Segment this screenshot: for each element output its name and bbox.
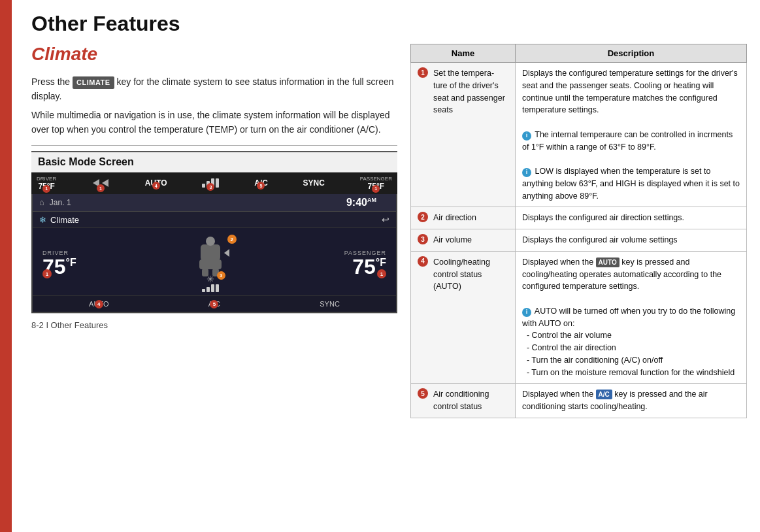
right-column: Name Description 1 Set the tempera-ture …: [410, 44, 747, 519]
screen-time: 9:40AM: [346, 197, 376, 208]
mini-passenger-label: PASSENGER: [360, 176, 392, 182]
info-text-1-2: LOW is displayed when the temperature is…: [522, 167, 740, 201]
bottom-auto-badge: 4: [95, 300, 103, 308]
name-cell-2: 2 Air direction: [411, 207, 516, 229]
svg-rect-1: [199, 259, 222, 269]
mini-passenger: PASSENGER 75°F 1: [360, 176, 392, 191]
bottom-ac: A/C 5: [208, 300, 220, 308]
left-sidebar: [0, 0, 12, 532]
desc-text-2: Displays the configured air direction se…: [522, 213, 684, 222]
snowflake-icon: ❄: [39, 215, 46, 225]
name-cell-4-inner: 4 Cooling/heatingcontrol status(AUTO): [418, 256, 508, 293]
main-content: Other Features Climate Press the CLIMATE…: [12, 0, 760, 532]
name-text-2: Air direction: [433, 212, 476, 224]
driver-temp-display: DRIVER 75°F 1: [42, 250, 76, 277]
footer-text: 8-2 I Other Features: [31, 320, 108, 330]
screen-bottom-bar: AUTO 4 A/C 5 SYNC: [33, 295, 396, 312]
name-text-3: Air volume: [433, 234, 472, 246]
mini-sync: SYNC: [303, 178, 325, 188]
screen-status-bar: ⌂ Jan. 1 9:40AM: [33, 194, 396, 212]
passenger-temp-display: PASSENGER 75°F 1: [344, 250, 386, 277]
mini-arrows-badge: 1: [97, 184, 105, 192]
fan-bar-1: [202, 289, 205, 292]
mini-fan-arrows: 1: [91, 177, 110, 189]
passenger-badge: 1: [377, 269, 386, 278]
mini-ac-badge: 5: [257, 182, 265, 190]
passenger-degree: °F: [376, 257, 386, 268]
row-num-2: 2: [418, 212, 428, 222]
fan-bars: [202, 284, 219, 292]
name-cell-3: 3 Air volume: [411, 229, 516, 252]
ac-badge-inline: A/C: [596, 390, 612, 399]
am-pm: AM: [367, 197, 376, 203]
info-table: Name Description 1 Set the tempera-ture …: [410, 44, 747, 418]
section-header: Climate: [31, 44, 397, 65]
col-desc-header: Description: [516, 44, 747, 63]
table-row: 4 Cooling/heatingcontrol status(AUTO) Di…: [411, 251, 747, 384]
body-text-1: Press the CLIMATE key for the climate sy…: [31, 75, 397, 103]
info-icon-1: i: [522, 131, 531, 141]
time-value: 9:40: [346, 197, 367, 208]
mini-auto-badge: 4: [152, 182, 160, 190]
bottom-sync-label: SYNC: [320, 300, 340, 308]
name-cell-2-inner: 2 Air direction: [418, 212, 508, 224]
fan-badge: 3: [217, 271, 225, 280]
row-num-1: 1: [418, 67, 428, 78]
desc-cell-3: Displays the configured air volume setti…: [516, 229, 747, 252]
name-cell-5-inner: 5 Air conditioningcontrol status: [418, 388, 508, 413]
info-item-1-1: i The internal temperaure can be control…: [522, 129, 740, 154]
info-text-4: AUTO will be turned off when you try to …: [522, 307, 735, 377]
screen-display: ⌂ Jan. 1 9:40AM ❄ Climate ↩: [31, 194, 397, 313]
page-footer: 8-2 I Other Features: [31, 313, 397, 330]
fan-area: ✳ 3: [202, 274, 219, 292]
svg-point-2: [206, 237, 215, 246]
mini-driver-label: DRIVER: [37, 176, 56, 182]
desc-cell-1: Displays the configured temperature sett…: [516, 63, 747, 207]
climate-badge-inline: CLIMATE: [73, 76, 114, 89]
info-item-1-2: i LOW is displayed when the temperature …: [522, 165, 740, 202]
page-title: Other Features: [31, 12, 747, 36]
name-cell-4: 4 Cooling/heatingcontrol status(AUTO): [411, 251, 516, 384]
center-figure: 2: [188, 235, 233, 292]
desc-cell-5: Displayed when the A/C key is pressed an…: [516, 384, 747, 418]
table-row: 5 Air conditioningcontrol status Display…: [411, 384, 747, 418]
body-text-1-prefix: Press the: [31, 76, 70, 87]
name-cell-3-inner: 3 Air volume: [418, 234, 508, 246]
row-num-5: 5: [418, 388, 428, 399]
table-row: 3 Air volume Displays the configured air…: [411, 229, 747, 252]
screen-climate-label: ❄ Climate ↩: [33, 212, 396, 228]
info-icon-4: i: [522, 308, 531, 317]
fan-bar-2: [207, 287, 210, 292]
driver-badge: 1: [42, 269, 52, 278]
info-item-4-1: i AUTO will be turned off when you try t…: [522, 305, 740, 379]
mini-ac: A/C 5: [254, 178, 268, 188]
two-col-layout: Climate Press the CLIMATE key for the cl…: [31, 44, 747, 519]
driver-degree: °F: [66, 257, 76, 268]
fan-asterisk-icon: ✳: [207, 274, 214, 284]
mini-driver-badge: 1: [42, 185, 50, 193]
body-text-2: While multimedia or navigation is in use…: [31, 108, 397, 137]
screen-date: Jan. 1: [50, 198, 71, 207]
figure-badge: 2: [227, 235, 237, 244]
screen-main: DRIVER 75°F 1 2: [33, 228, 396, 295]
left-column: Climate Press the CLIMATE key for the cl…: [31, 44, 397, 519]
mini-vol: 3: [202, 178, 219, 188]
vol-bar-1: [202, 184, 205, 188]
fan-bar-4: [216, 284, 219, 292]
name-text-4: Cooling/heatingcontrol status(AUTO): [433, 256, 490, 293]
mini-vol-badge: 3: [207, 183, 214, 191]
mini-auto: AUTO 4: [145, 178, 167, 188]
name-cell-5: 5 Air conditioningcontrol status: [411, 384, 516, 418]
auto-badge-inline: AUTO: [596, 258, 620, 267]
desc-text-3: Displays the configured air volume setti…: [522, 235, 678, 244]
col-name-header: Name: [411, 44, 516, 63]
row-num-3: 3: [418, 234, 428, 244]
info-text-1-1: The internal temperaure can be controlle…: [522, 130, 733, 152]
desc-text-1: Displays the configured temperature sett…: [522, 69, 738, 114]
basic-mode-title: Basic Mode Screen: [31, 151, 397, 173]
bottom-sync: SYNC: [320, 300, 340, 308]
divider: [31, 145, 397, 146]
name-cell-1-inner: 1 Set the tempera-ture of the driver'sse…: [418, 67, 508, 116]
fan-bar-3: [211, 284, 214, 292]
vol-bar-4: [216, 178, 219, 188]
